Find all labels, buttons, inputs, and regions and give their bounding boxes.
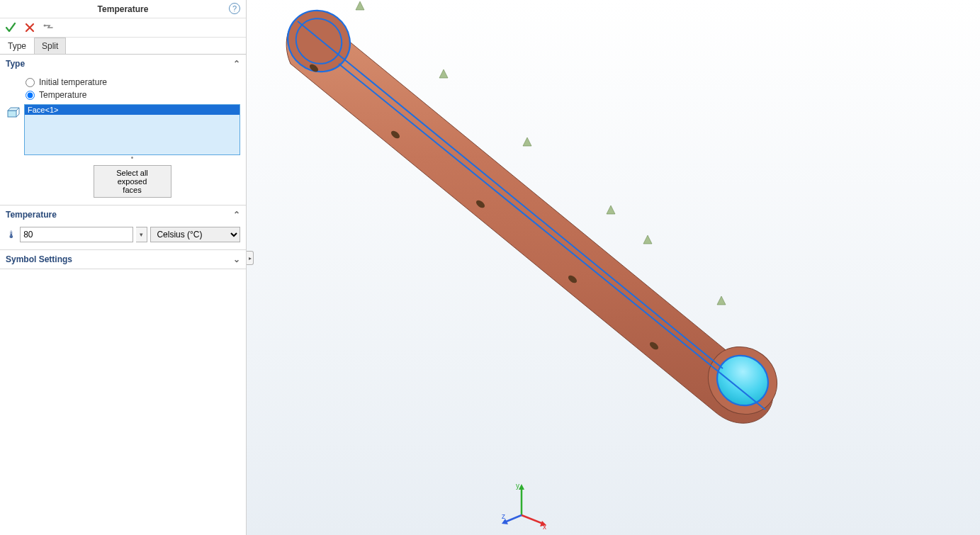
tabs-row: Type Split [0,38,246,55]
section-symbol-settings: Symbol Settings ⌄ [0,250,246,269]
action-row [0,18,246,38]
resize-grip-icon[interactable]: • [24,155,240,161]
temperature-unit-select[interactable]: Celsius (°C) [150,227,240,242]
section-type-title: Type [6,59,25,69]
section-temperature: Temperature ⌃ 🌡 ▾ Celsius (°C) [0,205,246,250]
help-icon[interactable]: ? [229,3,240,14]
section-symbol-header[interactable]: Symbol Settings ⌄ [0,250,246,269]
panel-header: Temperature ? [0,0,246,18]
pipe-model[interactable] [247,0,980,535]
tab-type[interactable]: Type [0,38,34,54]
svg-line-15 [505,515,522,522]
chevron-up-icon: ⌃ [233,210,240,220]
chevron-down-icon: ⌄ [233,254,240,264]
select-all-exposed-button[interactable]: Select all exposed faces [94,165,171,198]
section-temperature-header[interactable]: Temperature ⌃ [0,205,246,224]
section-type-header[interactable]: Type ⌃ [0,55,246,73]
svg-rect-1 [8,111,16,117]
face-selection-icon [6,106,20,120]
radio-initial-input[interactable] [26,78,35,87]
thermometer-icon: 🌡 [6,229,17,240]
tab-split[interactable]: Split [34,38,66,54]
panel-collapse-handle[interactable]: ▸ [247,251,254,265]
radio-initial-temperature[interactable]: Initial temperature [6,76,240,89]
radio-temperature[interactable]: Temperature [6,89,240,101]
radio-temperature-label: Temperature [39,90,86,100]
svg-text:y: y [516,482,519,490]
radio-temperature-input[interactable] [26,91,35,100]
temperature-value-input[interactable] [20,227,133,242]
svg-line-13 [522,515,543,524]
ok-check-icon[interactable] [4,21,17,34]
pin-icon[interactable] [43,22,54,33]
svg-point-0 [44,25,46,27]
property-panel: Temperature ? Type Split Type ⌃ [0,0,247,535]
section-temperature-title: Temperature [6,210,57,220]
viewport-3d[interactable]: Temperature (Celsius (°C)): 80 y x z [247,0,980,535]
temperature-dropdown-icon[interactable]: ▾ [136,227,147,242]
cancel-x-icon[interactable] [24,22,35,33]
panel-title: Temperature [98,4,149,14]
svg-text:x: x [543,523,546,529]
selection-list[interactable]: Face<1> [24,104,240,155]
chevron-up-icon: ⌃ [233,59,240,69]
selection-item-face1[interactable]: Face<1> [25,105,240,115]
svg-text:z: z [502,512,505,520]
radio-initial-label: Initial temperature [39,77,107,87]
section-type: Type ⌃ Initial temperature Temperature [0,55,246,205]
section-symbol-title: Symbol Settings [6,254,72,264]
orientation-triad[interactable]: y x z [502,480,551,529]
